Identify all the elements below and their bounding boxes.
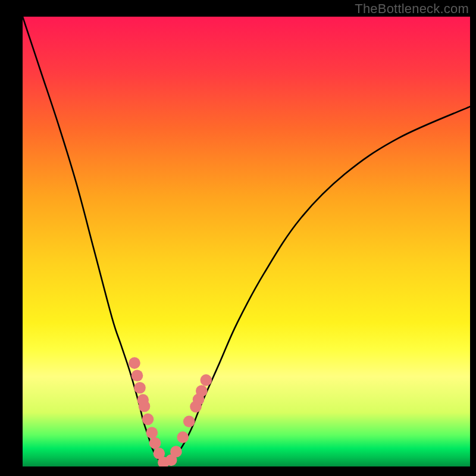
data-marker (177, 431, 189, 443)
curve-left (23, 17, 166, 466)
data-marker (134, 382, 146, 394)
data-marker (165, 455, 177, 466)
data-marker (190, 401, 202, 413)
data-marker (196, 385, 208, 397)
data-marker (193, 394, 205, 406)
plot-area (23, 17, 470, 466)
chart-frame: TheBottleneck.com (0, 0, 476, 476)
data-marker (170, 446, 182, 458)
data-marker (158, 456, 170, 466)
data-marker (183, 416, 195, 428)
data-marker (139, 400, 151, 412)
marker-layer (129, 357, 212, 466)
curve-layer (23, 17, 470, 466)
watermark-label: TheBottleneck.com (355, 1, 469, 17)
data-marker (146, 427, 158, 439)
curve-right (166, 107, 470, 466)
data-marker (131, 369, 143, 381)
chart-svg (23, 17, 470, 466)
data-marker (201, 374, 212, 386)
data-marker (149, 437, 161, 449)
data-marker (137, 394, 149, 406)
data-marker (129, 357, 140, 369)
data-marker (142, 414, 154, 425)
data-marker (154, 447, 165, 459)
